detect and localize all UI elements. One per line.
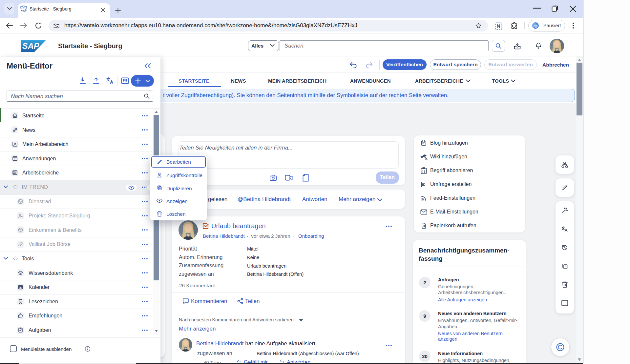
svg-text:SAP: SAP — [22, 41, 39, 51]
